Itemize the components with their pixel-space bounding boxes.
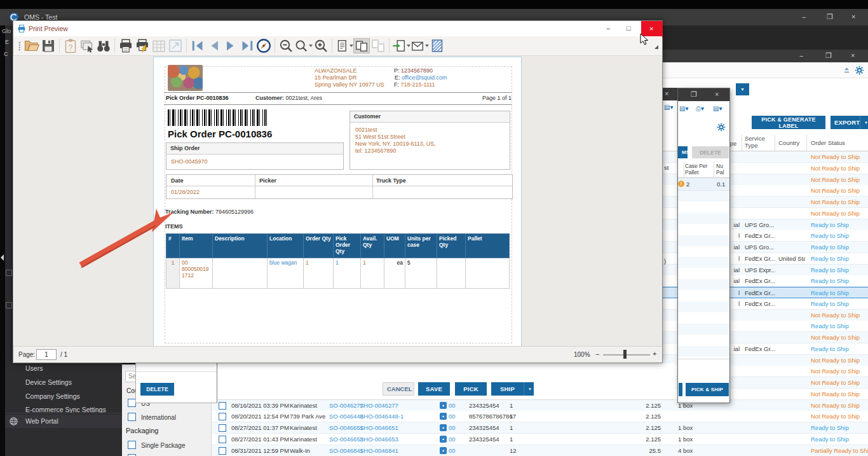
magnifier-icon[interactable]: [294, 38, 308, 53]
page-input[interactable]: 1: [36, 349, 57, 360]
sales-order-link[interactable]: SO-0046841: [329, 447, 363, 455]
sales-order-link[interactable]: SO-0046448: [329, 413, 363, 420]
first-page-icon[interactable]: [189, 38, 206, 53]
zeros-value[interactable]: 00: [449, 402, 456, 410]
ship-button[interactable]: SHIP: [491, 382, 524, 396]
ship-order-link[interactable]: SHO-0046653: [360, 436, 398, 443]
grid-header-service-type[interactable]: Service Type: [745, 135, 774, 149]
sidebar-item-users[interactable]: Users: [5, 362, 122, 375]
close-icon[interactable]: ×: [665, 90, 668, 97]
ship-order-link[interactable]: SHO-0046277: [360, 402, 398, 410]
row-checkbox[interactable]: [219, 424, 226, 432]
order-row[interactable]: 08/16/2021 03:39 PMKarinatestSO-0046277S…: [211, 400, 868, 411]
minimize-icon[interactable]: −: [802, 14, 806, 21]
row-checkbox[interactable]: [219, 436, 226, 443]
facing-view-icon[interactable]: [353, 38, 370, 53]
grid-header-order-status[interactable]: Order Status: [811, 139, 845, 146]
order-row[interactable]: 08/27/2021 01:43 PMKarinatestSO-0046653S…: [211, 434, 868, 445]
pick-ship-button[interactable]: PICK & SHIP: [686, 383, 729, 396]
order-status: Ready to Ship: [811, 289, 849, 297]
zoom-in-control[interactable]: +: [653, 350, 656, 357]
delete-button-disabled[interactable]: DELETE: [692, 146, 729, 158]
sidebar-item-device-settings[interactable]: Device Settings: [5, 376, 122, 389]
delete-button[interactable]: DELETE: [140, 383, 174, 396]
quick-print-icon[interactable]: [134, 38, 151, 53]
sales-order-link[interactable]: SO-0046653: [329, 436, 363, 443]
export-button[interactable]: EXPORT: [831, 116, 860, 129]
settings-gear-icon[interactable]: [717, 123, 726, 132]
email-icon[interactable]: [410, 38, 424, 53]
dialog-divider: [678, 359, 729, 359]
save-icon[interactable]: [40, 38, 57, 53]
dialog-grid-row[interactable]: ! 2 0.1: [678, 178, 729, 191]
toolbar-overflow-icon[interactable]: [654, 45, 658, 49]
order-status: Partially Ready to Ship: [811, 447, 868, 455]
next-page-icon[interactable]: [222, 38, 239, 53]
ship-order-link[interactable]: SHO-0046448-1: [360, 413, 403, 420]
maximize-icon[interactable]: ❐: [825, 52, 832, 59]
sidebar-item-web-portal[interactable]: Web Portal: [5, 415, 122, 428]
close-icon[interactable]: ×: [851, 13, 855, 20]
sales-order-link[interactable]: SO-0046277: [329, 402, 363, 410]
row-checkbox[interactable]: [219, 413, 226, 420]
hand-tool-icon[interactable]: [255, 38, 272, 53]
cancel-button[interactable]: CANCEL: [383, 382, 414, 396]
international-checkbox[interactable]: [128, 413, 136, 421]
zoom-slider-track[interactable]: [603, 354, 650, 356]
save-button[interactable]: SAVE: [418, 382, 450, 396]
settings-gear-icon[interactable]: [855, 66, 864, 75]
sidebar-item-company-settings[interactable]: Company Settings: [5, 390, 122, 403]
print-icon[interactable]: [118, 38, 134, 53]
pick-generate-label-button[interactable]: PICK & GENERATE LABEL: [752, 116, 825, 129]
minimize-icon[interactable]: −: [606, 25, 610, 32]
zeros-value[interactable]: 00: [449, 413, 456, 420]
zoom-out-icon[interactable]: [278, 38, 294, 53]
row-checkbox[interactable]: [219, 447, 226, 455]
filter-icon[interactable]: [843, 67, 851, 74]
row-checkbox[interactable]: [219, 402, 226, 410]
find-icon[interactable]: [95, 38, 112, 53]
zeros-value[interactable]: 00: [449, 436, 456, 443]
maximize-icon[interactable]: ❐: [827, 13, 833, 20]
country: United Stat: [778, 255, 805, 263]
items-button-fragment[interactable]: MS: [678, 146, 688, 158]
prev-page-icon[interactable]: [206, 38, 222, 53]
close-icon[interactable]: ×: [715, 91, 719, 98]
list-dropdown-icon[interactable]: ▤▾: [679, 105, 688, 112]
clipboard-help-icon[interactable]: ?: [62, 38, 79, 53]
zoom-out-control[interactable]: −: [595, 350, 599, 358]
dropdown-button[interactable]: ▼: [736, 83, 749, 95]
export-dropdown-arrow[interactable]: ▼: [860, 116, 868, 129]
order-row[interactable]: 08/20/2021 12:54 PM739 Park AveSO-004644…: [211, 411, 868, 422]
print-dropdown-icon[interactable]: ⎙▾: [696, 105, 704, 113]
order-row[interactable]: 08/31/2021 12:59 PMWalk-InSO-0046841SHO-…: [211, 445, 868, 456]
zeros-value[interactable]: 00: [449, 447, 456, 455]
zeros-value[interactable]: 00: [449, 424, 456, 432]
grid-header-country[interactable]: Country: [778, 139, 799, 146]
single-package-checkbox[interactable]: [128, 441, 136, 449]
last-page-icon[interactable]: [239, 38, 255, 53]
collapse-sidebar-icon[interactable]: [1, 254, 4, 261]
print-preview-icon: [17, 24, 26, 33]
ship-dropdown-arrow[interactable]: ▼: [524, 382, 534, 396]
watermark-icon[interactable]: [429, 38, 445, 53]
sales-order-link[interactable]: SO-0046651: [329, 424, 363, 432]
zoom-slider-thumb[interactable]: [623, 350, 627, 359]
annotation-arrow: [81, 204, 189, 268]
minimize-icon[interactable]: −: [799, 53, 803, 60]
pick-button[interactable]: PICK: [455, 382, 487, 396]
zoom-in-icon[interactable]: [313, 38, 329, 53]
close-icon[interactable]: ×: [851, 52, 855, 59]
pick-element-icon[interactable]: [79, 38, 95, 53]
ship-order-link[interactable]: SHO-0046651: [360, 424, 398, 432]
open-folder-icon[interactable]: [24, 38, 40, 53]
ship-order-link[interactable]: SHO-0046841: [360, 447, 398, 455]
maximize-icon[interactable]: ❐: [691, 91, 697, 98]
page-view-icon[interactable]: [335, 38, 349, 53]
document-dropdown-icon[interactable]: ▤▾: [713, 105, 722, 112]
button-fragment[interactable]: [679, 383, 682, 396]
export-icon[interactable]: [392, 38, 406, 53]
order-status: Not Ready to Ship: [811, 153, 860, 161]
order-row[interactable]: 08/27/2021 01:37 PMKarinatestSO-0046651S…: [211, 422, 868, 434]
maximize-icon[interactable]: □: [627, 25, 631, 32]
